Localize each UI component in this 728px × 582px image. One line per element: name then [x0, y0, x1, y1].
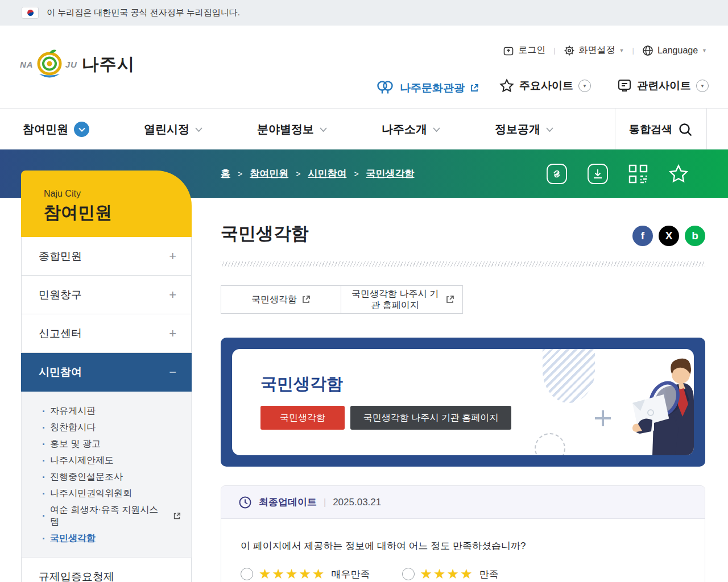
- survey-option-very-satisfied[interactable]: ★★★★★ 매우만족: [241, 567, 370, 581]
- chevron-down-icon: [320, 127, 327, 132]
- logo-ju-text: JU: [65, 60, 77, 69]
- sidebar-item-gyuje[interactable]: 규제입증요청제: [21, 558, 192, 582]
- breadcrumb-item[interactable]: 참여민원: [250, 167, 288, 180]
- promo-card: 국민생각함 국민생각함 국민생각함 나주시 기관 홈페이지: [232, 349, 694, 455]
- download-icon[interactable]: [587, 163, 609, 185]
- submenu-label: 진행중인설문조사: [50, 471, 123, 483]
- nav-item-jeongbogonggae[interactable]: 정보공개: [495, 122, 553, 137]
- submenu-item[interactable]: · 홍보 및 광고: [42, 436, 181, 452]
- bullet-icon: ·: [42, 475, 46, 480]
- main-nav: 참여민원 열린시정 분야별정보 나주소개 정보공개: [0, 108, 728, 149]
- radio-button[interactable]: [402, 568, 415, 580]
- display-settings-menu[interactable]: 화면설정 ▼: [564, 44, 624, 56]
- submenu-label: 홍보 및 광고: [50, 438, 101, 450]
- chevron-down-icon: [433, 127, 440, 132]
- login-link[interactable]: 로그인: [503, 44, 545, 56]
- related-sites-menu[interactable]: 관련사이트 ▼: [617, 78, 709, 93]
- breadcrumb-separator: >: [296, 169, 300, 178]
- submenu-item[interactable]: · 진행중인설문조사: [42, 469, 181, 485]
- blog-share-button[interactable]: b: [685, 226, 705, 246]
- breadcrumb: 홈 > 참여민원 > 시민참여 > 국민생각함: [221, 149, 415, 198]
- radio-button[interactable]: [241, 568, 253, 580]
- x-share-button[interactable]: X: [659, 226, 679, 246]
- submenu-item[interactable]: · 칭찬합시다: [42, 419, 181, 436]
- sidebar-item-label: 종합민원: [39, 249, 82, 264]
- last-update-date: 2025.03.21: [333, 497, 381, 508]
- banner-primary-button[interactable]: 국민생각함: [260, 406, 345, 430]
- nav-item-najusogae[interactable]: 나주소개: [382, 122, 440, 137]
- sidebar-submenu: · 자유게시판 · 칭찬합시다 · 홍보 및 광고 · 나주시제안제도 · 진행…: [21, 392, 192, 558]
- bullet-icon: ·: [42, 491, 46, 497]
- tab-label: 국민생각함 나주시 기관 홈페이지: [350, 288, 441, 311]
- search-icon: [678, 122, 693, 137]
- sidebar-item-singo-center[interactable]: 신고센터 +: [21, 314, 192, 353]
- submenu-item[interactable]: · 자유게시판: [42, 403, 181, 419]
- satisfaction-survey: 이 페이지에서 제공하는 정보에 대하여 어느 정도 만족하셨습니까? ★★★★…: [221, 519, 705, 582]
- submenu-item-external[interactable]: · 여순 희생자·유족 지원시스템: [42, 502, 181, 530]
- facebook-glyph: f: [641, 230, 644, 242]
- hatched-divider: [221, 261, 705, 267]
- gov-banner-text: 이 누리집은 대한민국 공식 전자정부 누리집입니다.: [47, 7, 240, 18]
- chevron-down-circle-icon: [74, 122, 89, 137]
- language-menu[interactable]: Language ▼: [642, 45, 707, 56]
- submenu-label: 나주시제안제도: [50, 455, 114, 467]
- divider: |: [553, 46, 555, 55]
- breadcrumb-home[interactable]: 홈: [221, 167, 230, 180]
- favorite-star-icon[interactable]: [668, 163, 689, 185]
- survey-option-satisfied[interactable]: ★★★★ 만족: [402, 567, 499, 581]
- bullet-icon: ·: [42, 458, 46, 464]
- integrated-search-button[interactable]: 통합검색: [615, 109, 707, 150]
- circle-chevron-icon: ▼: [578, 80, 591, 92]
- submenu-item[interactable]: · 나주시제안제도: [42, 452, 181, 469]
- expand-icon: +: [169, 288, 176, 302]
- related-sites-label: 관련사이트: [637, 78, 691, 93]
- sidebar-item-simin-chamyeo[interactable]: 시민참여 −: [21, 353, 192, 392]
- nav-item-yeollinsijeong[interactable]: 열린시정: [144, 122, 202, 137]
- bullet-icon: ·: [42, 425, 46, 431]
- sidebar-item-jonghap-minwon[interactable]: 종합민원 +: [21, 237, 192, 276]
- globe-icon: [642, 45, 653, 56]
- sidebar-item-minwon-changgu[interactable]: 민원창구 +: [21, 276, 192, 314]
- culture-tour-label: 나주문화관광: [400, 81, 465, 95]
- star-rating-4: ★★★★: [420, 567, 474, 581]
- banner-secondary-button[interactable]: 국민생각함 나주시 기관 홈페이지: [350, 406, 511, 430]
- nav-label: 열린시정: [144, 122, 189, 137]
- tab-gukmin-saenggakham[interactable]: 국민생각함: [221, 285, 341, 314]
- page: 이 누리집은 대한민국 공식 전자정부 누리집입니다. NA JU 나주시: [0, 0, 728, 582]
- major-sites-menu[interactable]: 주요사이트 ▼: [499, 78, 591, 93]
- nav-label: 분야별정보: [257, 122, 314, 137]
- chevron-down-icon: [195, 127, 202, 132]
- sidebar-header: Naju City 참여민원: [21, 171, 192, 237]
- breadcrumb-item[interactable]: 시민참여: [308, 167, 346, 180]
- culture-tour-link[interactable]: 나주문화관광: [375, 78, 479, 98]
- last-update-header: 최종업데이트 | 2025.03.21: [221, 486, 705, 519]
- submenu-item-current[interactable]: · 국민생각함: [42, 530, 181, 547]
- sidebar-item-label: 민원창구: [39, 288, 82, 302]
- qr-code-icon[interactable]: [628, 164, 648, 184]
- update-survey-box: 최종업데이트 | 2025.03.21 이 페이지에서 제공하는 정보에 대하여…: [221, 485, 705, 582]
- korea-flag-icon: [22, 7, 39, 19]
- expand-icon: +: [169, 249, 176, 264]
- external-link-icon: [173, 512, 181, 520]
- bullet-icon: ·: [42, 442, 46, 447]
- submenu-label: 나주시민권익위원회: [50, 488, 132, 500]
- login-label: 로그인: [518, 44, 545, 56]
- survey-option-label: 매우만족: [332, 568, 370, 581]
- submenu-item[interactable]: · 나주시민권익위원회: [42, 485, 181, 502]
- collapse-icon: −: [169, 365, 176, 380]
- tab-naju-homepage[interactable]: 국민생각함 나주시 기관 홈페이지: [341, 285, 463, 314]
- chevron-down-icon: ▼: [702, 48, 707, 53]
- main-content: 국민생각함 f X b 국민생각함 국민생각함 나주시 기관 홈페이지: [221, 222, 705, 582]
- balloon-icon: [375, 78, 395, 98]
- submenu-label: 자유게시판: [50, 405, 96, 417]
- sidebar-item-label: 시민참여: [39, 365, 82, 380]
- facebook-share-button[interactable]: f: [632, 226, 653, 246]
- sidebar-title: 참여민원: [44, 201, 192, 225]
- external-link-icon: [470, 84, 479, 93]
- star-icon: [499, 78, 514, 93]
- nav-item-bunyabyeoljeongbo[interactable]: 분야별정보: [257, 122, 327, 137]
- copy-url-icon[interactable]: [546, 163, 568, 185]
- breadcrumb-item-current[interactable]: 국민생각함: [366, 167, 415, 180]
- nav-item-chamyeominwon[interactable]: 참여민원: [23, 122, 89, 137]
- submenu-label: 여순 희생자·유족 지원시스템: [50, 504, 167, 528]
